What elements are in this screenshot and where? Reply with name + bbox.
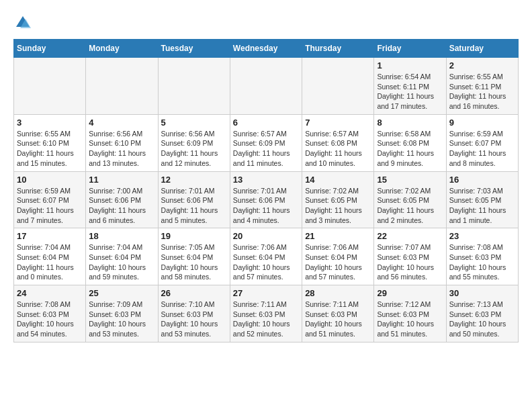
- calendar-cell: 18Sunrise: 7:04 AMSunset: 6:04 PMDayligh…: [86, 228, 158, 285]
- calendar-cell: 28Sunrise: 7:11 AMSunset: 6:03 PMDayligh…: [302, 285, 374, 342]
- day-info: Sunrise: 6:56 AMSunset: 6:09 PMDaylight:…: [161, 129, 227, 169]
- day-info: Sunrise: 7:11 AMSunset: 6:03 PMDaylight:…: [233, 300, 299, 339]
- day-info: Sunrise: 7:12 AMSunset: 6:03 PMDaylight:…: [377, 300, 443, 339]
- day-info: Sunrise: 7:07 AMSunset: 6:03 PMDaylight:…: [377, 242, 443, 282]
- calendar-cell: 16Sunrise: 7:03 AMSunset: 6:05 PMDayligh…: [446, 171, 518, 228]
- calendar-cell: 4Sunrise: 6:56 AMSunset: 6:10 PMDaylight…: [86, 114, 158, 171]
- header: [13, 13, 519, 32]
- calendar-cell: 17Sunrise: 7:04 AMSunset: 6:04 PMDayligh…: [14, 228, 86, 285]
- calendar-week-2: 3Sunrise: 6:55 AMSunset: 6:10 PMDaylight…: [14, 114, 519, 171]
- logo: [13, 13, 35, 32]
- day-info: Sunrise: 6:57 AMSunset: 6:08 PMDaylight:…: [305, 129, 371, 169]
- calendar-week-5: 24Sunrise: 7:08 AMSunset: 6:03 PMDayligh…: [14, 285, 519, 342]
- calendar-week-1: 1Sunrise: 6:54 AMSunset: 6:11 PMDaylight…: [14, 58, 519, 115]
- day-number: 21: [305, 231, 371, 241]
- day-number: 16: [449, 175, 515, 185]
- calendar-cell: 9Sunrise: 6:59 AMSunset: 6:07 PMDaylight…: [446, 114, 518, 171]
- calendar-week-3: 10Sunrise: 6:59 AMSunset: 6:07 PMDayligh…: [14, 171, 519, 228]
- calendar-cell: 10Sunrise: 6:59 AMSunset: 6:07 PMDayligh…: [14, 171, 86, 228]
- day-number: 19: [161, 231, 227, 241]
- calendar-cell: 8Sunrise: 6:58 AMSunset: 6:08 PMDaylight…: [374, 114, 446, 171]
- day-number: 8: [377, 118, 443, 128]
- weekday-header-saturday: Saturday: [446, 40, 518, 58]
- calendar-cell: 23Sunrise: 7:08 AMSunset: 6:03 PMDayligh…: [446, 228, 518, 285]
- calendar-cell: [302, 58, 374, 115]
- day-number: 18: [89, 231, 154, 241]
- day-info: Sunrise: 7:01 AMSunset: 6:06 PMDaylight:…: [233, 186, 299, 226]
- day-number: 17: [17, 231, 83, 241]
- calendar-cell: 26Sunrise: 7:10 AMSunset: 6:03 PMDayligh…: [158, 285, 230, 342]
- calendar-cell: 30Sunrise: 7:13 AMSunset: 6:03 PMDayligh…: [446, 285, 518, 342]
- calendar-cell: 19Sunrise: 7:05 AMSunset: 6:04 PMDayligh…: [158, 228, 230, 285]
- weekday-header-friday: Friday: [374, 40, 446, 58]
- day-info: Sunrise: 6:58 AMSunset: 6:08 PMDaylight:…: [377, 129, 443, 169]
- calendar-cell: 1Sunrise: 6:54 AMSunset: 6:11 PMDaylight…: [374, 58, 446, 115]
- day-number: 30: [449, 288, 515, 298]
- day-info: Sunrise: 7:05 AMSunset: 6:04 PMDaylight:…: [161, 242, 227, 282]
- day-info: Sunrise: 7:10 AMSunset: 6:03 PMDaylight:…: [161, 300, 227, 339]
- day-number: 12: [161, 175, 227, 185]
- day-number: 27: [233, 288, 299, 298]
- day-number: 14: [305, 175, 371, 185]
- day-info: Sunrise: 6:54 AMSunset: 6:11 PMDaylight:…: [377, 72, 443, 111]
- day-info: Sunrise: 7:03 AMSunset: 6:05 PMDaylight:…: [449, 186, 515, 226]
- day-info: Sunrise: 6:55 AMSunset: 6:11 PMDaylight:…: [449, 72, 515, 111]
- day-number: 3: [17, 118, 83, 128]
- day-info: Sunrise: 7:04 AMSunset: 6:04 PMDaylight:…: [89, 242, 154, 282]
- day-number: 29: [377, 288, 443, 298]
- day-info: Sunrise: 7:06 AMSunset: 6:04 PMDaylight:…: [233, 242, 299, 282]
- day-info: Sunrise: 7:13 AMSunset: 6:03 PMDaylight:…: [449, 300, 515, 339]
- calendar-cell: 3Sunrise: 6:55 AMSunset: 6:10 PMDaylight…: [14, 114, 86, 171]
- day-info: Sunrise: 6:57 AMSunset: 6:09 PMDaylight:…: [233, 129, 299, 169]
- day-number: 6: [233, 118, 299, 128]
- calendar-cell: 24Sunrise: 7:08 AMSunset: 6:03 PMDayligh…: [14, 285, 86, 342]
- calendar-cell: 6Sunrise: 6:57 AMSunset: 6:09 PMDaylight…: [230, 114, 302, 171]
- calendar-cell: 21Sunrise: 7:06 AMSunset: 6:04 PMDayligh…: [302, 228, 374, 285]
- weekday-header-tuesday: Tuesday: [158, 40, 230, 58]
- day-number: 15: [377, 175, 443, 185]
- day-info: Sunrise: 6:59 AMSunset: 6:07 PMDaylight:…: [17, 186, 83, 226]
- calendar-cell: 29Sunrise: 7:12 AMSunset: 6:03 PMDayligh…: [374, 285, 446, 342]
- day-info: Sunrise: 7:08 AMSunset: 6:03 PMDaylight:…: [449, 242, 515, 282]
- day-info: Sunrise: 7:11 AMSunset: 6:03 PMDaylight:…: [305, 300, 371, 339]
- day-number: 25: [89, 288, 154, 298]
- day-info: Sunrise: 7:04 AMSunset: 6:04 PMDaylight:…: [17, 242, 83, 282]
- calendar-cell: 13Sunrise: 7:01 AMSunset: 6:06 PMDayligh…: [230, 171, 302, 228]
- weekday-header-wednesday: Wednesday: [230, 40, 302, 58]
- calendar-cell: 27Sunrise: 7:11 AMSunset: 6:03 PMDayligh…: [230, 285, 302, 342]
- calendar-cell: 12Sunrise: 7:01 AMSunset: 6:06 PMDayligh…: [158, 171, 230, 228]
- day-info: Sunrise: 7:09 AMSunset: 6:03 PMDaylight:…: [89, 300, 154, 339]
- weekday-header-row: SundayMondayTuesdayWednesdayThursdayFrid…: [14, 40, 519, 58]
- logo-icon: [13, 13, 32, 32]
- calendar-cell: 22Sunrise: 7:07 AMSunset: 6:03 PMDayligh…: [374, 228, 446, 285]
- day-info: Sunrise: 7:01 AMSunset: 6:06 PMDaylight:…: [161, 186, 227, 226]
- calendar-cell: [158, 58, 230, 115]
- calendar-cell: 25Sunrise: 7:09 AMSunset: 6:03 PMDayligh…: [86, 285, 158, 342]
- weekday-header-thursday: Thursday: [302, 40, 374, 58]
- day-number: 10: [17, 175, 83, 185]
- calendar-cell: [14, 58, 86, 115]
- day-info: Sunrise: 6:56 AMSunset: 6:10 PMDaylight:…: [89, 129, 154, 169]
- day-number: 4: [89, 118, 154, 128]
- day-number: 24: [17, 288, 83, 298]
- day-number: 28: [305, 288, 371, 298]
- day-number: 7: [305, 118, 371, 128]
- calendar-cell: 2Sunrise: 6:55 AMSunset: 6:11 PMDaylight…: [446, 58, 518, 115]
- day-info: Sunrise: 6:59 AMSunset: 6:07 PMDaylight:…: [449, 129, 515, 169]
- day-number: 9: [449, 118, 515, 128]
- day-number: 11: [89, 175, 154, 185]
- weekday-header-monday: Monday: [86, 40, 158, 58]
- day-info: Sunrise: 7:08 AMSunset: 6:03 PMDaylight:…: [17, 300, 83, 339]
- calendar-cell: 20Sunrise: 7:06 AMSunset: 6:04 PMDayligh…: [230, 228, 302, 285]
- calendar-week-4: 17Sunrise: 7:04 AMSunset: 6:04 PMDayligh…: [14, 228, 519, 285]
- day-number: 26: [161, 288, 227, 298]
- day-info: Sunrise: 7:06 AMSunset: 6:04 PMDaylight:…: [305, 242, 371, 282]
- calendar-cell: [86, 58, 158, 115]
- day-info: Sunrise: 7:02 AMSunset: 6:05 PMDaylight:…: [305, 186, 371, 226]
- calendar-cell: 7Sunrise: 6:57 AMSunset: 6:08 PMDaylight…: [302, 114, 374, 171]
- day-number: 23: [449, 231, 515, 241]
- calendar-cell: 15Sunrise: 7:02 AMSunset: 6:05 PMDayligh…: [374, 171, 446, 228]
- calendar-cell: 11Sunrise: 7:00 AMSunset: 6:06 PMDayligh…: [86, 171, 158, 228]
- day-number: 1: [377, 60, 443, 71]
- day-info: Sunrise: 7:02 AMSunset: 6:05 PMDaylight:…: [377, 186, 443, 226]
